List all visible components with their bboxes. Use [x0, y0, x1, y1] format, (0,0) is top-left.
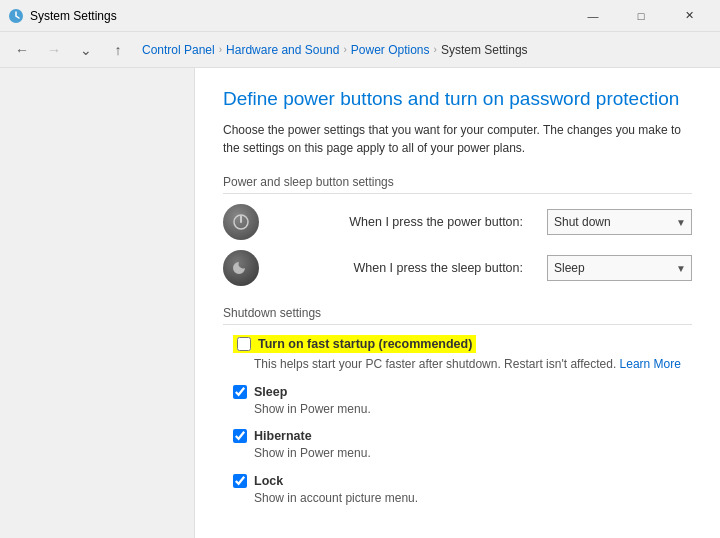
fast-startup-highlight: Turn on fast startup (recommended): [233, 335, 476, 353]
sleep-item: Sleep Show in Power menu.: [233, 385, 692, 418]
title-bar: System Settings — □ ✕: [0, 0, 720, 32]
power-button-row: When I press the power button: Shut down…: [223, 204, 692, 240]
left-nav: [0, 68, 195, 538]
hibernate-checkbox-row: Hibernate: [233, 429, 692, 443]
shutdown-items: Turn on fast startup (recommended) This …: [223, 335, 692, 507]
power-icon: [223, 204, 259, 240]
power-sleep-section-label: Power and sleep button settings: [223, 175, 692, 194]
sleep-button-row: When I press the sleep button: Sleep Shu…: [223, 250, 692, 286]
sleep-checkbox-row: Sleep: [233, 385, 692, 399]
content-area: Define power buttons and turn on passwor…: [0, 68, 720, 538]
maximize-button[interactable]: □: [618, 1, 664, 31]
main-panel: Define power buttons and turn on passwor…: [195, 68, 720, 538]
forward-button[interactable]: →: [40, 36, 68, 64]
sleep-button-select[interactable]: Sleep Shut down Hibernate Turn off the d…: [547, 255, 692, 281]
lock-item: Lock Show in account picture menu.: [233, 474, 692, 507]
lock-checkbox-row: Lock: [233, 474, 692, 488]
fast-startup-label[interactable]: Turn on fast startup (recommended): [258, 337, 472, 351]
breadcrumb-hardware-sound[interactable]: Hardware and Sound: [226, 43, 339, 57]
breadcrumb: Control Panel › Hardware and Sound › Pow…: [142, 43, 712, 57]
fast-startup-item: Turn on fast startup (recommended) This …: [233, 335, 692, 373]
breadcrumb-current: System Settings: [441, 43, 528, 57]
dropdown-button[interactable]: ⌄: [72, 36, 100, 64]
sleep-description: Show in Power menu.: [254, 401, 692, 418]
page-description: Choose the power settings that you want …: [223, 121, 692, 157]
shutdown-section: Shutdown settings Turn on fast startup (…: [223, 306, 692, 507]
window-title: System Settings: [30, 9, 117, 23]
hibernate-checkbox[interactable]: [233, 429, 247, 443]
breadcrumb-sep-2: ›: [343, 44, 346, 55]
breadcrumb-power-options[interactable]: Power Options: [351, 43, 430, 57]
power-button-label: When I press the power button:: [273, 215, 533, 229]
shutdown-section-label: Shutdown settings: [223, 306, 692, 325]
up-button[interactable]: ↑: [104, 36, 132, 64]
back-button[interactable]: ←: [8, 36, 36, 64]
sleep-button-dropdown-wrapper: Sleep Shut down Hibernate Turn off the d…: [547, 255, 692, 281]
breadcrumb-sep-1: ›: [219, 44, 222, 55]
power-sleep-settings: Power and sleep button settings When I p…: [223, 175, 692, 286]
close-button[interactable]: ✕: [666, 1, 712, 31]
minimize-button[interactable]: —: [570, 1, 616, 31]
learn-more-link[interactable]: Learn More: [620, 357, 681, 371]
page-title: Define power buttons and turn on passwor…: [223, 88, 692, 111]
fast-startup-checkbox[interactable]: [237, 337, 251, 351]
app-icon: [8, 8, 24, 24]
lock-description: Show in account picture menu.: [254, 490, 692, 507]
nav-bar: ← → ⌄ ↑ Control Panel › Hardware and Sou…: [0, 32, 720, 68]
sleep-label[interactable]: Sleep: [254, 385, 287, 399]
hibernate-description: Show in Power menu.: [254, 445, 692, 462]
breadcrumb-sep-3: ›: [434, 44, 437, 55]
window-controls: — □ ✕: [570, 1, 712, 31]
hibernate-item: Hibernate Show in Power menu.: [233, 429, 692, 462]
power-button-select[interactable]: Shut down Sleep Hibernate Turn off the d…: [547, 209, 692, 235]
fast-startup-description: This helps start your PC faster after sh…: [254, 356, 692, 373]
sleep-button-label: When I press the sleep button:: [273, 261, 533, 275]
lock-label[interactable]: Lock: [254, 474, 283, 488]
hibernate-label[interactable]: Hibernate: [254, 429, 312, 443]
lock-checkbox[interactable]: [233, 474, 247, 488]
power-button-dropdown-wrapper: Shut down Sleep Hibernate Turn off the d…: [547, 209, 692, 235]
breadcrumb-control-panel[interactable]: Control Panel: [142, 43, 215, 57]
sleep-checkbox[interactable]: [233, 385, 247, 399]
sleep-icon: [223, 250, 259, 286]
